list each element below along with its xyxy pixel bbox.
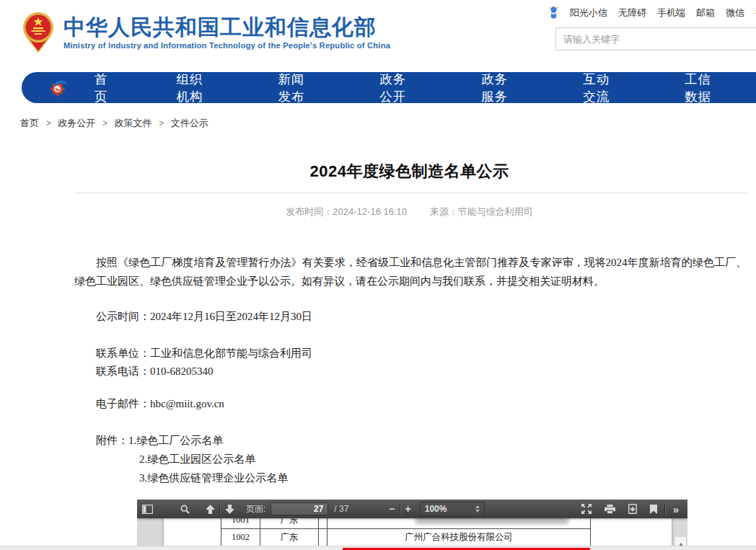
page-up-icon[interactable] (206, 505, 215, 514)
zoom-value: 100% (425, 504, 447, 514)
page-down-icon[interactable] (225, 505, 234, 514)
presentation-mode-icon[interactable] (581, 504, 592, 514)
nav-item-organization[interactable]: 组织机构 (176, 71, 216, 105)
page-number-input[interactable] (271, 502, 328, 515)
breadcrumb-policy-files[interactable]: 政策文件 (115, 117, 152, 128)
breadcrumb-separator: > (46, 118, 51, 128)
zoom-out-button[interactable]: − (389, 503, 395, 515)
link-wechat[interactable]: 微信 (726, 6, 744, 19)
nav-items: 首页 组织机构 新闻发布 政务公开 政务服务 互动交流 工信数据 (94, 71, 756, 105)
attachments-label: 附件： (96, 435, 128, 446)
nav-item-interaction[interactable]: 互动交流 (583, 71, 623, 105)
contact-email: 电子邮件：hbc@miit.gov.cn (96, 397, 224, 411)
page: 阳光小信 无障碍 手机端 邮箱 微信 微博 中华人民共和国工业和信息化部 Min… (0, 0, 756, 550)
pdf-viewer: 页面: / 37 − + 100% (137, 500, 687, 550)
attachment-item-2: 2.绿色工业园区公示名单 (96, 450, 288, 469)
article-meta: 发布时间：2024-12-16 16:10 来源：节能与综合利用司 (72, 205, 747, 218)
zoom-in-button[interactable]: + (405, 503, 411, 515)
attachment-row-1: 附件：1.绿色工厂公示名单 (96, 431, 288, 450)
toolbar-separator (219, 504, 221, 514)
contact-unit: 联系单位：工业和信息化部节能与综合利用司 (96, 347, 312, 360)
sidebar-toggle-icon[interactable] (142, 505, 153, 514)
breadcrumb: 首页 > 政务公开 > 政策文件 > 文件公示 (20, 117, 208, 130)
search-box (555, 27, 756, 50)
cell-province: 广东 (260, 529, 319, 546)
table-row: 1002 广东 广州广合科技股份有限公司 (221, 529, 591, 546)
nav-item-gov-service[interactable]: 政务服务 (481, 71, 521, 105)
link-mobile[interactable]: 手机端 (657, 6, 685, 19)
breadcrumb-home[interactable]: 首页 (20, 117, 39, 128)
publish-time-label: 发布时间： (286, 206, 333, 217)
print-icon[interactable] (605, 505, 615, 514)
breadcrumb-separator: > (159, 118, 164, 128)
link-accessibility[interactable]: 无障碍 (618, 6, 646, 19)
bookmark-icon[interactable] (650, 505, 657, 514)
breadcrumb-separator: > (102, 118, 107, 128)
breadcrumb-gov-open[interactable]: 政务公开 (58, 117, 95, 128)
main-nav: 首页 组织机构 新闻发布 政务公开 政务服务 互动交流 工信数据 (22, 72, 756, 103)
site-title: 中华人民共和国工业和信息化部 Ministry of Industry and … (63, 16, 390, 50)
nav-item-news[interactable]: 新闻发布 (278, 71, 317, 105)
article-paragraph: 按照《绿色工厂梯度培育及管理暂行办法》有关要求，经省级工业和信息化主管部门推荐及… (74, 253, 747, 290)
breadcrumb-file-publicity[interactable]: 文件公示 (171, 117, 208, 128)
miit-gear-icon (49, 78, 69, 97)
site-title-cn: 中华人民共和国工业和信息化部 (63, 16, 390, 39)
cell-company: 广州广合科技股份有限公司 (328, 529, 591, 546)
search-input[interactable] (556, 28, 756, 50)
toolbar-separator (400, 504, 401, 514)
toolbar-separator (664, 504, 666, 514)
pdf-toolbar: 页面: / 37 − + 100% (137, 500, 687, 518)
more-tools-icon[interactable]: » (673, 503, 679, 515)
nav-item-gov-open[interactable]: 政务公开 (379, 71, 419, 105)
contact-phone: 联系电话：010-68205340 (96, 365, 214, 378)
site-title-en: Ministry of Industry and Information Tec… (63, 41, 390, 50)
download-icon[interactable] (628, 504, 637, 514)
nav-item-home[interactable]: 首页 (94, 71, 114, 105)
notice-time: 公示时间：2024年12月16日至2024年12月30日 (96, 310, 312, 324)
source-label: 来源： (430, 206, 458, 217)
national-emblem (20, 11, 56, 53)
nav-item-data[interactable]: 工信数据 (685, 71, 724, 105)
attachment-item-3: 3.绿色供应链管理企业公示名单 (96, 469, 288, 487)
publish-time-value: 2024-12-16 16:10 (333, 206, 407, 217)
cell-code: 1002 (221, 529, 260, 546)
link-yangguangxiaoxin[interactable]: 阳光小信 (570, 6, 607, 19)
mascot-icon (548, 6, 559, 19)
attachments: 附件：1.绿色工厂公示名单 2.绿色工业园区公示名单 3.绿色供应链管理企业公示… (96, 431, 288, 487)
zoom-select[interactable]: 100% (420, 502, 485, 516)
link-mail[interactable]: 邮箱 (696, 6, 715, 19)
top-utility-bar: 阳光小信 无障碍 手机端 邮箱 微信 微博 (548, 6, 756, 19)
select-spinner-icon (475, 505, 480, 513)
page-total: / 37 (334, 504, 348, 514)
page-label: 页面: (246, 503, 265, 515)
source-value: 节能与综合利用司 (458, 206, 533, 217)
article-title: 2024年度绿色制造名单公示 (72, 161, 747, 182)
title-divider (74, 192, 747, 193)
cell-gap (319, 529, 328, 546)
attachment-item-1: 1.绿色工厂公示名单 (128, 435, 223, 446)
search-icon[interactable] (180, 505, 190, 514)
